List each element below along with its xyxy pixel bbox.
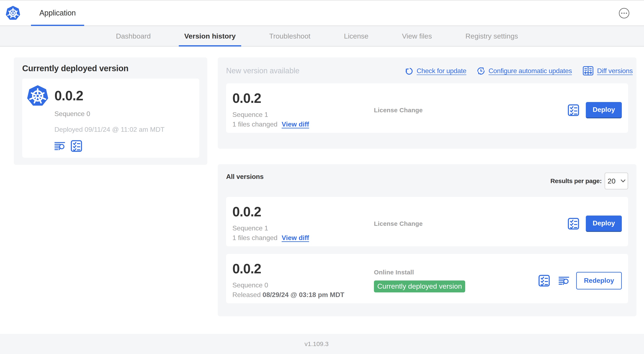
refresh-icon — [405, 67, 413, 75]
all-versions-title: All versions — [226, 173, 264, 180]
diff-icon — [582, 66, 594, 76]
tab-view-files[interactable]: View files — [396, 26, 437, 46]
checklist-icon — [538, 275, 550, 286]
tab-version-history[interactable]: Version history — [179, 26, 241, 46]
redeploy-button[interactable]: Redeploy — [576, 272, 622, 289]
deployed-version-info: 0.0.2 Sequence 0 Deployed 09/11/24 @ 11:… — [54, 85, 164, 152]
currently-deployed-badge: Currently deployed version — [374, 280, 465, 292]
files-changed-line: 1 files changedView diff — [232, 119, 374, 129]
all-versions-panel: All versions Results per page: 20 0.0.2 … — [218, 164, 636, 316]
deployed-sequence: Sequence 0 — [54, 110, 164, 118]
release-notes-icon — [54, 142, 65, 150]
right-column: New version available Check for update C… — [218, 57, 636, 316]
version-sequence: Sequence 1 — [232, 223, 374, 233]
ellipsis-dot — [621, 13, 622, 14]
version-row: 0.0.2 Sequence 0 Released 08/29/24 @ 03:… — [226, 254, 628, 303]
link-label: Check for update — [417, 67, 466, 75]
preflight-checks-button[interactable] — [71, 140, 82, 152]
version-number: 0.0.2 — [232, 262, 374, 276]
preflight-checks-button[interactable] — [538, 275, 550, 286]
released-line: Released 08/29/24 @ 03:18 pm MDT — [232, 290, 374, 299]
release-notes-button[interactable] — [54, 142, 65, 150]
app-icon — [27, 85, 48, 106]
released-prefix: Released — [232, 291, 261, 298]
results-per-page: Results per page: 20 — [550, 173, 628, 189]
version-row: 0.0.2 Sequence 1 1 files changedView dif… — [226, 197, 628, 246]
ellipsis-dot — [626, 13, 627, 14]
deployed-version-number: 0.0.2 — [54, 89, 164, 103]
release-notes-button[interactable] — [558, 276, 570, 285]
files-changed-text: 1 files changed — [232, 120, 278, 128]
version-source-label: License Change — [374, 220, 568, 227]
version-actions: Deploy — [568, 91, 622, 129]
tab-license[interactable]: License — [338, 26, 374, 46]
release-notes-icon — [558, 276, 570, 285]
version-source: License Change — [374, 205, 568, 243]
currently-deployed-title: Currently deployed version — [22, 64, 199, 73]
check-for-update-link[interactable]: Check for update — [405, 67, 466, 75]
version-source-label: Online Install — [374, 269, 538, 276]
configure-automatic-updates-link[interactable]: Configure automatic updates — [477, 67, 572, 75]
tab-troubleshoot[interactable]: Troubleshoot — [264, 26, 316, 46]
version-info: 0.0.2 Sequence 0 Released 08/29/24 @ 03:… — [232, 262, 374, 299]
auto-update-icon — [477, 67, 485, 75]
preflight-checks-button[interactable] — [568, 104, 579, 116]
tab-dashboard[interactable]: Dashboard — [110, 26, 156, 46]
tab-registry-settings[interactable]: Registry settings — [460, 26, 524, 46]
page-footer: v1.109.3 — [0, 334, 644, 354]
files-changed-line: 1 files changedView diff — [232, 233, 374, 243]
results-per-page-label: Results per page: — [550, 177, 602, 185]
version-actions: Redeploy — [538, 262, 622, 299]
deployed-timestamp: Deployed 09/11/24 @ 11:02 am MDT — [54, 126, 164, 133]
version-sequence: Sequence 1 — [232, 110, 374, 119]
new-version-card: 0.0.2 Sequence 1 1 files changedView dif… — [226, 83, 628, 133]
console-version: v1.109.3 — [304, 340, 328, 347]
deploy-button[interactable]: Deploy — [586, 102, 622, 118]
diff-versions-link[interactable]: Diff versions — [582, 66, 633, 76]
app-tab-label: Application — [39, 9, 76, 17]
version-number: 0.0.2 — [232, 91, 374, 105]
files-changed-text: 1 files changed — [232, 234, 278, 241]
app-subnav: Dashboard Version history Troubleshoot L… — [0, 26, 644, 47]
deployed-version-card: 0.0.2 Sequence 0 Deployed 09/11/24 @ 11:… — [22, 79, 199, 158]
new-version-title: New version available — [226, 66, 300, 75]
new-version-panel: New version available Check for update C… — [218, 57, 636, 149]
deployed-actions — [54, 140, 164, 152]
new-version-header: New version available Check for update C… — [226, 66, 628, 76]
version-info: 0.0.2 Sequence 1 1 files changedView dif… — [232, 205, 374, 243]
kubernetes-logo-icon — [6, 6, 20, 20]
checklist-icon — [568, 218, 579, 230]
overflow-menu-button[interactable] — [619, 8, 629, 19]
main-content: Currently deployed version 0.0.2 Sequenc… — [0, 47, 644, 316]
results-per-page-select[interactable]: 20 — [605, 173, 628, 189]
checklist-icon — [71, 140, 82, 152]
subnav-tabs: Dashboard Version history Troubleshoot L… — [110, 26, 524, 46]
top-header: Application — [0, 1, 644, 26]
view-diff-link[interactable]: View diff — [282, 120, 309, 128]
app-tab-active-underline — [31, 25, 84, 26]
results-per-page-value: 20 — [608, 177, 616, 185]
view-diff-link[interactable]: View diff — [282, 234, 309, 241]
update-links: Check for update Configure automatic upd… — [405, 66, 633, 76]
version-source: License Change — [374, 91, 568, 129]
version-number: 0.0.2 — [232, 205, 374, 219]
deploy-button[interactable]: Deploy — [586, 216, 622, 232]
preflight-checks-button[interactable] — [568, 218, 579, 230]
checklist-icon — [568, 104, 579, 116]
chevron-down-icon — [620, 179, 626, 183]
released-date: 08/29/24 @ 03:18 pm MDT — [262, 291, 344, 298]
version-sequence: Sequence 0 — [232, 280, 374, 290]
ellipsis-dot — [624, 13, 625, 14]
version-source-label: License Change — [374, 107, 568, 114]
version-info: 0.0.2 Sequence 1 1 files changedView dif… — [232, 91, 374, 129]
link-label: Diff versions — [597, 67, 633, 75]
version-actions: Deploy — [568, 205, 622, 243]
currently-deployed-panel: Currently deployed version 0.0.2 Sequenc… — [14, 57, 207, 165]
link-label: Configure automatic updates — [488, 67, 572, 75]
version-source: Online Install Currently deployed versio… — [374, 262, 538, 299]
app-tab[interactable]: Application — [31, 1, 84, 26]
all-versions-header: All versions Results per page: 20 — [226, 173, 628, 189]
